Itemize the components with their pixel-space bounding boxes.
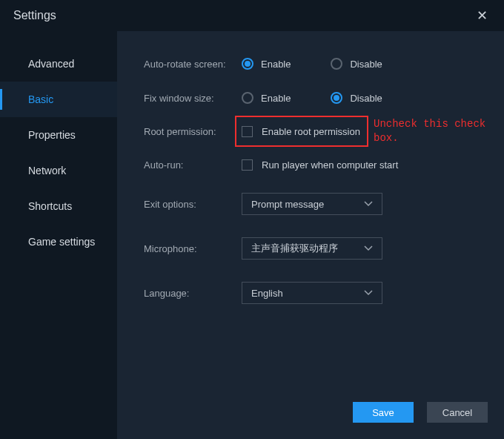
sidebar: Advanced Basic Properties Network Shortc…: [0, 31, 117, 439]
radio-auto-rotate-enable[interactable]: Enable: [242, 58, 291, 70]
radio-icon: [242, 92, 253, 104]
row-exit-options: Exit options: Prompt message: [144, 193, 504, 215]
radio-label: Enable: [261, 93, 291, 104]
close-button[interactable]: ✕: [473, 7, 491, 24]
radio-label: Disable: [350, 93, 382, 104]
checkbox-auto-run[interactable]: Run player when computer start: [242, 159, 398, 171]
select-language[interactable]: English: [242, 282, 382, 304]
save-button[interactable]: Save: [353, 402, 414, 423]
button-label: Cancel: [442, 407, 472, 418]
radio-auto-rotate-disable[interactable]: Disable: [331, 58, 382, 70]
label-auto-rotate: Auto-rotate screen:: [144, 59, 242, 70]
checkbox-label: Run player when computer start: [262, 159, 398, 171]
label-root-permission: Root permission:: [144, 126, 242, 137]
label-exit-options: Exit options:: [144, 199, 242, 210]
cancel-button[interactable]: Cancel: [427, 402, 488, 423]
label-microphone: Microphone:: [144, 243, 242, 254]
select-exit-options[interactable]: Prompt message: [242, 193, 382, 215]
sidebar-item-label: Basic: [28, 93, 53, 105]
button-label: Save: [372, 407, 394, 418]
row-root-permission: Root permission: Enable root permission …: [144, 126, 504, 137]
window-title: Settings: [13, 9, 56, 22]
sidebar-item-properties[interactable]: Properties: [0, 117, 117, 153]
radio-icon: [331, 58, 342, 70]
settings-pane: Auto-rotate screen: Enable Disable Fix w…: [117, 31, 504, 439]
checkbox-icon: [242, 159, 253, 171]
annotation-text: Uncheck this check box.: [374, 117, 500, 145]
row-auto-rotate: Auto-rotate screen: Enable Disable: [144, 58, 504, 70]
sidebar-item-shortcuts[interactable]: Shortcuts: [0, 188, 117, 224]
footer-buttons: Save Cancel: [353, 402, 488, 423]
checkbox-icon: [242, 126, 253, 137]
radio-icon: [242, 58, 253, 70]
checkbox-label: Enable root permission: [262, 126, 360, 137]
sidebar-item-basic[interactable]: Basic: [0, 82, 117, 117]
radio-group-fix-window: Enable Disable: [242, 92, 382, 104]
close-icon: ✕: [477, 7, 488, 24]
row-language: Language: English: [144, 282, 504, 304]
row-microphone: Microphone: 主声音捕获驱动程序: [144, 237, 504, 260]
titlebar: Settings ✕: [0, 0, 504, 31]
sidebar-item-label: Game settings: [28, 236, 95, 248]
chevron-down-icon: [364, 244, 373, 253]
sidebar-item-label: Advanced: [28, 58, 74, 70]
select-microphone[interactable]: 主声音捕获驱动程序: [242, 237, 382, 260]
chevron-down-icon: [364, 199, 373, 208]
checkbox-root-permission[interactable]: Enable root permission: [242, 126, 360, 137]
chevron-down-icon: [364, 288, 373, 297]
sidebar-item-network[interactable]: Network: [0, 153, 117, 188]
label-fix-window: Fix window size:: [144, 93, 242, 104]
select-value: English: [251, 288, 283, 299]
radio-icon: [331, 92, 342, 104]
sidebar-item-label: Shortcuts: [28, 200, 72, 212]
sidebar-item-label: Properties: [28, 129, 76, 141]
radio-group-auto-rotate: Enable Disable: [242, 58, 382, 70]
sidebar-item-game-settings[interactable]: Game settings: [0, 224, 117, 260]
select-value: 主声音捕获驱动程序: [251, 242, 338, 255]
radio-label: Enable: [261, 59, 291, 70]
label-language: Language:: [144, 288, 242, 299]
row-fix-window: Fix window size: Enable Disable: [144, 92, 504, 104]
radio-label: Disable: [350, 59, 382, 70]
row-auto-run: Auto-run: Run player when computer start: [144, 159, 504, 171]
radio-fix-window-enable[interactable]: Enable: [242, 92, 291, 104]
select-value: Prompt message: [251, 199, 324, 210]
label-auto-run: Auto-run:: [144, 159, 242, 171]
sidebar-item-advanced[interactable]: Advanced: [0, 46, 117, 82]
radio-fix-window-disable[interactable]: Disable: [331, 92, 382, 104]
sidebar-item-label: Network: [28, 165, 66, 176]
